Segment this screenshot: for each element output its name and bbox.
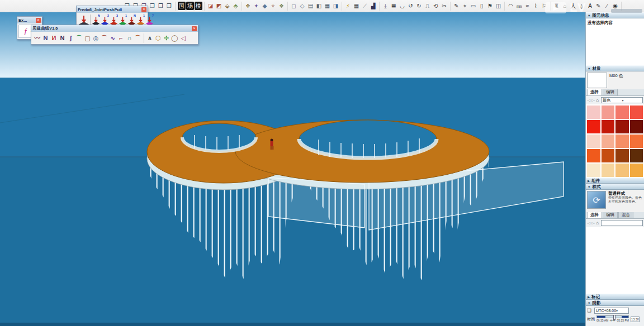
paint-component-icon[interactable]: ❒ — [157, 2, 165, 10]
back-arrow-icon[interactable]: ◅ — [587, 98, 590, 103]
text-a-icon[interactable]: A — [586, 2, 594, 10]
color-swatch[interactable] — [602, 149, 615, 162]
bezier-titlebar[interactable]: 贝兹曲线V1.6 × — [31, 25, 198, 32]
color-swatch[interactable] — [587, 106, 600, 119]
pipe-icon[interactable]: ⟋ — [361, 2, 369, 10]
solid-split-icon[interactable]: ❖ — [278, 2, 286, 10]
color-swatch[interactable] — [615, 135, 629, 148]
table-icon[interactable]: ▦ — [353, 2, 361, 10]
squiggle-icon[interactable]: ⌇ — [532, 2, 540, 10]
close-icon[interactable]: × — [141, 7, 146, 12]
color-swatch[interactable] — [587, 135, 600, 148]
flag-icon[interactable]: ⚑ — [486, 2, 494, 10]
cn-tool-guo-icon[interactable]: 国 — [178, 2, 186, 10]
box-white-icon[interactable]: ◻ — [290, 2, 298, 10]
color-swatch[interactable] — [587, 164, 600, 177]
color-swatch[interactable] — [615, 149, 629, 162]
home-icon[interactable]: ⌂ — [596, 98, 599, 103]
styles-header[interactable]: ▼ 样式 — [586, 184, 644, 190]
box-striped-icon[interactable]: ▤ — [307, 2, 315, 10]
material-thumbnail[interactable] — [587, 73, 607, 88]
pencil-icon[interactable]: ✎ — [453, 2, 461, 10]
cn-tool-mo-icon[interactable]: 模 — [195, 2, 202, 10]
color-swatch[interactable] — [630, 135, 643, 148]
slash-icon[interactable]: ∕ — [603, 2, 611, 10]
box-grid-icon[interactable]: ▦ — [324, 2, 332, 10]
tower-icon[interactable]: ♜ — [553, 2, 561, 10]
box-half-icon[interactable]: ◧ — [315, 2, 323, 10]
pen-icon[interactable]: ✎ — [595, 2, 603, 10]
solid-subtract-icon[interactable]: ✦ — [253, 2, 261, 10]
rotate-icon[interactable]: ⟲ — [432, 2, 440, 10]
dome-icon[interactable]: ◠ — [507, 2, 515, 10]
color-swatch[interactable] — [615, 106, 629, 119]
window-tool-icon[interactable]: ◫ — [495, 2, 503, 10]
undo-curve-icon[interactable]: ↺ — [407, 2, 415, 10]
quad-face-icon[interactable]: ⬘ — [232, 2, 240, 10]
rect-tool-icon[interactable]: ▭ — [470, 2, 477, 10]
color-swatch[interactable] — [587, 120, 600, 133]
solid-intersect-icon[interactable]: ✧ — [269, 2, 277, 10]
smooth-mesh-icon[interactable]: ⬙ — [224, 2, 231, 10]
profile-icon[interactable]: ⎍ — [424, 2, 432, 10]
color-swatch[interactable] — [630, 164, 643, 177]
box-outline-icon[interactable]: ◇ — [299, 2, 306, 10]
time-slider[interactable]: 06:35 AM 中午 05:25 PM — [596, 315, 629, 322]
panel-tool-icon[interactable]: ▯ — [478, 2, 486, 10]
drape-face-icon[interactable]: ◪ — [207, 2, 215, 10]
color-swatch[interactable] — [602, 135, 615, 148]
redo-curve-icon[interactable]: ↻ — [415, 2, 423, 10]
cut-icon[interactable]: ✂ — [441, 2, 448, 10]
color-swatch[interactable] — [602, 106, 615, 119]
color-swatch[interactable] — [587, 149, 600, 162]
banner-icon[interactable]: ⚐ — [541, 2, 548, 10]
style-category-dropdown[interactable] — [601, 220, 643, 226]
materials-header[interactable]: ▼ 材质 — [586, 65, 644, 71]
color-swatch[interactable] — [630, 149, 643, 162]
forward-arrow-icon[interactable]: ▻ — [591, 98, 595, 103]
house-icon[interactable]: ⌂ — [561, 2, 569, 10]
chart-icon[interactable]: ▟ — [370, 2, 377, 10]
component-tools-icon[interactable]: ❒ — [165, 2, 173, 10]
shadows-header[interactable]: ▼ 阴影 — [586, 300, 644, 306]
jpp-titlebar[interactable]: Fredo6_JointPushPull × — [77, 6, 148, 13]
cn-tool-chang-icon[interactable]: 场 — [186, 2, 194, 10]
time-value-box[interactable]: 13:30 — [631, 317, 640, 322]
column-icon[interactable]: ⍙ — [578, 2, 586, 10]
slider-thumb[interactable] — [613, 315, 615, 320]
component-replace-icon[interactable]: ❒ — [149, 2, 157, 10]
shadow-toggle-icon[interactable]: ❏ — [587, 308, 591, 313]
mm-icon[interactable]: ㎜ — [515, 2, 523, 10]
person-tool-icon[interactable]: 人 — [570, 2, 577, 10]
box-blue-icon[interactable]: ◨ — [332, 2, 340, 10]
equals-icon[interactable]: 〓 — [390, 2, 398, 10]
flip-face-icon[interactable]: ◩ — [215, 2, 223, 10]
home-icon[interactable]: ⌂ — [596, 220, 599, 226]
material-category-dropdown[interactable]: 颜色 ▾ — [601, 97, 643, 103]
push-line-icon[interactable]: ⤓ — [382, 2, 390, 10]
solid-union-icon[interactable]: ❖ — [244, 2, 252, 10]
color-swatch[interactable] — [615, 120, 629, 133]
fix-toolbar-titlebar[interactable]: Ex... × — [17, 17, 42, 23]
color-swatch[interactable] — [615, 164, 629, 177]
curve-down-icon[interactable]: ◡ — [399, 2, 406, 10]
back-arrow-icon[interactable]: ◅ — [587, 220, 590, 226]
color-swatch[interactable] — [602, 164, 615, 177]
entity-info-header[interactable]: ▼ 图元信息 — [586, 12, 644, 18]
color-swatch[interactable] — [630, 106, 643, 119]
wave-icon[interactable]: ≈ — [524, 2, 532, 10]
lightning-icon[interactable]: ⚡ — [344, 2, 352, 10]
style-thumbnail[interactable]: ⟳ — [587, 191, 606, 209]
close-icon[interactable]: × — [192, 26, 197, 31]
circle-tool-icon[interactable]: ◉ — [612, 2, 619, 10]
solid-trim-icon[interactable]: ◆ — [261, 2, 269, 10]
target-icon[interactable]: ⌖ — [461, 2, 469, 10]
color-swatch[interactable] — [602, 120, 615, 133]
model-canvas[interactable] — [0, 12, 585, 326]
close-icon[interactable]: × — [36, 18, 41, 23]
timezone-dropdown[interactable]: UTC+08:00 ▾ — [594, 308, 629, 314]
forward-arrow-icon[interactable]: ▻ — [591, 220, 595, 226]
components-header[interactable]: ▶ 组件 — [586, 178, 644, 184]
color-swatch[interactable] — [630, 120, 643, 133]
tags-header[interactable]: ▶ 标记 — [586, 294, 644, 300]
